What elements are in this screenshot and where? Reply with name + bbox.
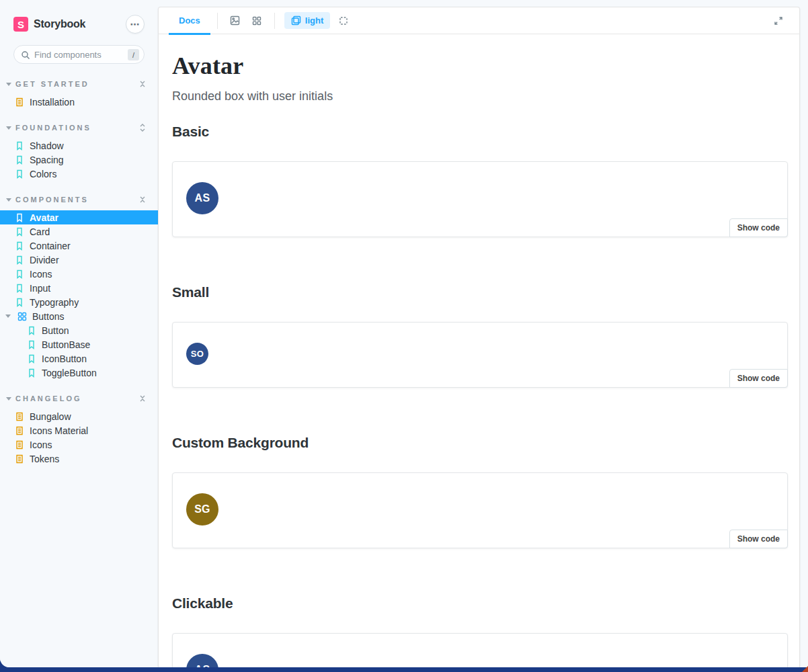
sidebar-item-label: Avatar <box>30 212 58 223</box>
component-icon <box>17 312 27 321</box>
story-icon <box>15 169 24 179</box>
sidebar-item-button[interactable]: Button <box>0 323 158 337</box>
sidebar-item-typography[interactable]: Typography <box>0 295 158 309</box>
story-heading: Custom Background <box>172 435 779 451</box>
avatar: SO <box>186 343 208 365</box>
sidebar-item-installation[interactable]: Installation <box>0 95 158 109</box>
story-icon <box>15 227 24 237</box>
brand[interactable]: S Storybook <box>13 17 85 32</box>
story-icon <box>27 368 36 378</box>
sidebar-item-label: Colors <box>30 169 56 179</box>
sidebar-item-avatar[interactable]: Avatar <box>0 210 158 224</box>
avatar[interactable]: AS <box>186 654 218 667</box>
sidebar-item-label: Input <box>30 283 50 294</box>
section-caret-icon <box>6 83 11 86</box>
sidebar-item-label: Container <box>30 241 71 251</box>
docs-icon <box>15 454 24 464</box>
image-icon[interactable] <box>226 11 245 30</box>
sidebar-item-label: Card <box>30 226 50 237</box>
sidebar-item-label: IconButton <box>42 353 87 364</box>
section-get-started[interactable]: GET STARTED <box>0 77 158 91</box>
sidebar-item-shadow[interactable]: Shadow <box>0 138 158 153</box>
sidebar-item-colors[interactable]: Colors <box>0 167 158 181</box>
sidebar: S Storybook ⋯ / GET STARTED <box>0 0 158 667</box>
sidebar-menu-button[interactable]: ⋯ <box>126 15 145 34</box>
collapse-section-icon[interactable] <box>138 79 147 89</box>
sidebar-item-card[interactable]: Card <box>0 224 158 239</box>
brand-title: Storybook <box>34 18 85 30</box>
sidebar-item-label: ButtonBase <box>42 339 90 350</box>
collapse-section-icon[interactable] <box>138 394 147 403</box>
docs-content[interactable]: Avatar Rounded box with user initials Ba… <box>159 34 799 667</box>
story-heading: Clickable <box>172 595 779 612</box>
story-icon <box>15 141 24 151</box>
fullscreen-icon[interactable] <box>769 11 788 30</box>
sidebar-item-buttonbase[interactable]: ButtonBase <box>0 337 158 351</box>
storybook-app: S Storybook ⋯ / GET STARTED <box>0 0 808 667</box>
story-preview-card: SO Show code <box>172 322 788 388</box>
story-heading: Basic <box>172 124 779 140</box>
story-heading: Small <box>172 284 779 300</box>
toolbar: Docs light <box>159 7 799 34</box>
story-section-basic: Basic AS Show code <box>172 124 779 237</box>
sidebar-item-bungalow[interactable]: Bungalow <box>0 409 158 423</box>
story-preview-card: AS Show code <box>172 161 788 237</box>
search-box[interactable]: / <box>13 45 145 64</box>
sidebar-item-label: Spacing <box>30 155 64 165</box>
avatar: SG <box>186 493 218 526</box>
sidebar-item-label: ToggleButton <box>42 368 97 378</box>
sidebar-item-label: Bungalow <box>30 411 71 422</box>
show-code-button[interactable]: Show code <box>729 530 788 548</box>
tab-docs[interactable]: Docs <box>169 7 210 34</box>
sidebar-nav: GET STARTED Installation FOUNDATIONS Sha… <box>0 77 158 466</box>
sidebar-item-label: Icons <box>30 269 52 280</box>
chevron-down-icon[interactable] <box>5 314 11 318</box>
sidebar-item-buttons[interactable]: Buttons <box>0 309 158 323</box>
sidebar-item-label: Divider <box>30 255 59 265</box>
grid-icon[interactable] <box>247 11 266 30</box>
sidebar-item-iconbutton[interactable]: IconButton <box>0 351 158 366</box>
preview-panel: Docs light <box>158 7 800 667</box>
sidebar-item-label: Buttons <box>32 311 64 322</box>
collapse-section-icon[interactable] <box>138 195 147 204</box>
sidebar-item-togglebutton[interactable]: ToggleButton <box>0 366 158 380</box>
sidebar-item-input[interactable]: Input <box>0 281 158 295</box>
show-code-button[interactable]: Show code <box>729 218 788 237</box>
show-code-button[interactable]: Show code <box>729 369 788 388</box>
search-input[interactable] <box>34 50 125 60</box>
theme-switcher-button[interactable]: light <box>284 12 330 29</box>
story-icon <box>15 241 24 251</box>
section-label: CHANGELOG <box>15 394 138 403</box>
docs-icon <box>15 412 24 421</box>
toolbar-divider <box>274 13 275 29</box>
theme-label: light <box>305 15 323 26</box>
story-section-small: Small SO Show code <box>172 284 779 388</box>
measure-icon[interactable] <box>334 11 353 30</box>
story-section-clickable: Clickable AS Show code <box>172 595 779 667</box>
sidebar-item-label: Icons Material <box>30 425 88 436</box>
sidebar-item-divider[interactable]: Divider <box>0 253 158 267</box>
story-section-custom-background: Custom Background SG Show code <box>172 435 779 548</box>
sidebar-item-spacing[interactable]: Spacing <box>0 153 158 167</box>
sidebar-item-icons-material[interactable]: Icons Material <box>0 423 158 437</box>
section-label: COMPONENTS <box>15 196 138 204</box>
search-icon <box>21 50 30 60</box>
page-subtitle: Rounded box with user initials <box>172 89 779 103</box>
story-preview-card: SG Show code <box>172 472 788 548</box>
section-changelog[interactable]: CHANGELOG <box>0 392 158 405</box>
sidebar-item-icons-changelog[interactable]: Icons <box>0 437 158 452</box>
story-icon <box>15 213 24 222</box>
section-components[interactable]: COMPONENTS <box>0 193 158 206</box>
docs-icon <box>15 426 24 435</box>
sidebar-item-tokens[interactable]: Tokens <box>0 452 158 466</box>
expand-section-icon[interactable] <box>138 123 147 132</box>
sidebar-item-icons[interactable]: Icons <box>0 267 158 281</box>
sidebar-item-label: Tokens <box>30 454 59 464</box>
story-icon <box>15 155 24 165</box>
sidebar-item-label: Typography <box>30 297 79 308</box>
storybook-logo-icon: S <box>13 17 28 32</box>
avatar: AS <box>186 182 218 214</box>
sidebar-item-container[interactable]: Container <box>0 239 158 253</box>
section-foundations[interactable]: FOUNDATIONS <box>0 121 158 134</box>
story-icon <box>15 298 24 307</box>
